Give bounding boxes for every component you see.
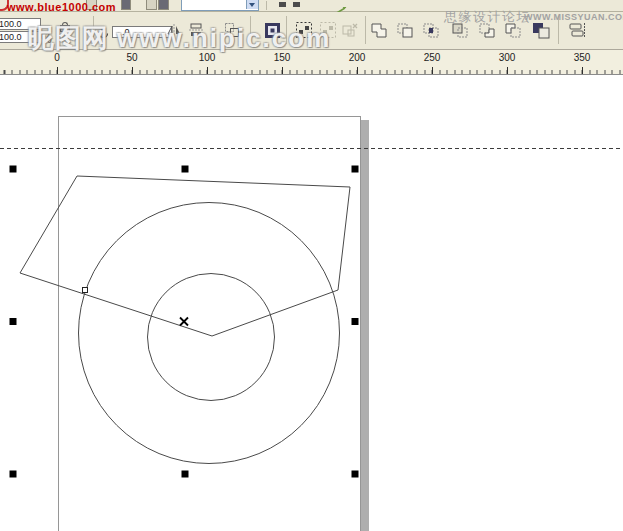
- propbar-separator: [250, 16, 251, 44]
- coreldraw-window: %: [0, 0, 623, 531]
- ruler-label: 150: [274, 52, 291, 63]
- selection-handle-bottom-right[interactable]: [352, 471, 359, 478]
- curve-node-marker[interactable]: [83, 288, 88, 293]
- rotate-button[interactable]: [95, 25, 110, 40]
- ruler-label: 0: [54, 52, 60, 63]
- propbar-separator: [365, 16, 366, 44]
- convert-outline-to-object-button[interactable]: [566, 20, 586, 40]
- page-shadow: [361, 120, 369, 531]
- weld-button[interactable]: [369, 20, 389, 40]
- zoom-level-combobox[interactable]: [181, 0, 259, 11]
- ungroup-button-disabled: [318, 20, 338, 40]
- ruler-label: 100: [199, 52, 216, 63]
- ruler-major-tick: [132, 67, 133, 74]
- ruler-major-tick: [507, 67, 508, 74]
- selection-handle-top-middle[interactable]: [182, 166, 189, 173]
- convert-outline-icon: [568, 22, 586, 39]
- ruler-label: 50: [126, 52, 137, 63]
- paste-icon[interactable]: [158, 0, 169, 10]
- ruler-minor-ticks: [0, 70, 623, 74]
- drawing-canvas[interactable]: [0, 75, 623, 531]
- create-boundary-button[interactable]: [530, 20, 550, 40]
- group-icon: [296, 22, 313, 39]
- mirror-vertical-button[interactable]: [186, 20, 206, 40]
- standard-toolbar-strip: [0, 0, 623, 12]
- propbar-separator: [93, 16, 94, 44]
- ruler-major-tick: [357, 67, 358, 74]
- group-button[interactable]: [294, 20, 314, 40]
- selection-handle-middle-left[interactable]: [10, 318, 17, 325]
- cutoff-text-glyph: [279, 2, 286, 7]
- property-bar: %: [0, 12, 623, 50]
- combine-button[interactable]: [262, 20, 282, 40]
- combobox-dropdown-icon[interactable]: [246, 0, 258, 9]
- page-frame: [59, 117, 361, 531]
- cut-icon[interactable]: [146, 0, 157, 10]
- propbar-separator: [286, 16, 287, 44]
- ruler-major-tick: [207, 67, 208, 74]
- selection-handle-top-left[interactable]: [10, 166, 17, 173]
- ruler-label: 300: [499, 52, 516, 63]
- mirror-vertical-icon: [188, 22, 204, 38]
- percent-label: %: [41, 32, 52, 46]
- snap-pen-icon[interactable]: [334, 1, 348, 9]
- trim-icon: [397, 22, 414, 39]
- canvas-svg: [0, 75, 623, 531]
- toolbar-separator: [266, 1, 267, 10]
- ruler-label: 200: [349, 52, 366, 63]
- rotation-angle-field[interactable]: [112, 26, 172, 38]
- simplify-icon: [452, 22, 469, 39]
- create-boundary-icon: [532, 22, 550, 39]
- ruler-major-tick: [282, 67, 283, 74]
- intersect-button[interactable]: [421, 20, 441, 40]
- propbar-separator: [558, 16, 559, 44]
- lock-ratio-icon[interactable]: [60, 22, 69, 31]
- mirror-horizontal-icon: [166, 22, 182, 38]
- ruler-major-tick: [582, 67, 583, 74]
- intersect-icon: [423, 22, 440, 39]
- scale-vertical-field[interactable]: [0, 31, 41, 43]
- front-minus-back-icon: [479, 22, 496, 39]
- horizontal-ruler[interactable]: 0 50 100 150 200 250 300 350: [0, 50, 623, 75]
- mirror-horizontal-button[interactable]: [164, 20, 184, 40]
- cut-off-logo: [0, 0, 9, 11]
- back-minus-front-icon: [505, 22, 522, 39]
- save-icon[interactable]: [86, 0, 97, 10]
- trim-button[interactable]: [395, 20, 415, 40]
- weld-icon: [371, 22, 388, 39]
- combine-icon: [264, 22, 281, 39]
- selection-handle-bottom-middle[interactable]: [182, 471, 189, 478]
- scale-horizontal-field[interactable]: [0, 18, 41, 30]
- selection-handle-bottom-left[interactable]: [10, 471, 17, 478]
- cutoff-text-glyph: [293, 2, 300, 7]
- simplify-button[interactable]: [450, 20, 470, 40]
- ungroup-all-button-disabled: [340, 20, 360, 40]
- ungroup-icon: [320, 22, 337, 39]
- back-minus-front-button[interactable]: [503, 20, 523, 40]
- print-icon[interactable]: [121, 0, 131, 10]
- ruler-major-tick: [432, 67, 433, 74]
- duplicate-frames-icon: [224, 22, 240, 38]
- ruler-major-tick: [57, 67, 58, 74]
- selection-handle-top-right[interactable]: [352, 166, 359, 173]
- ungroup-all-icon: [342, 22, 359, 39]
- selection-handle-middle-right[interactable]: [352, 318, 359, 325]
- front-minus-back-button[interactable]: [477, 20, 497, 40]
- ruler-label: 250: [424, 52, 441, 63]
- apply-to-duplicate-button[interactable]: [222, 20, 242, 40]
- rotate-icon: [97, 27, 110, 40]
- ruler-label: 350: [574, 52, 591, 63]
- lock-body: [60, 25, 70, 32]
